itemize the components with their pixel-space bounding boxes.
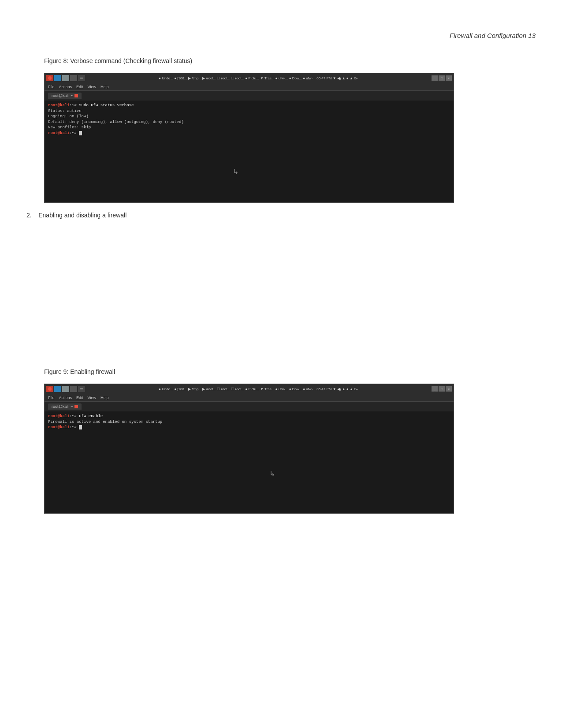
svg-rect-3 <box>72 76 75 80</box>
taskbar-icon-red-1 <box>46 75 53 81</box>
taskbar-center-1: ● Unde... ● [106... ▶ /tmp... ▶ /root...… <box>86 76 430 80</box>
section-2-number: 2. <box>26 212 32 219</box>
svg-rect-8 <box>72 387 75 391</box>
svg-rect-9 <box>80 388 83 389</box>
section-2-label: Enabling and disabling a firewall <box>38 212 127 219</box>
output-line-5: Firewall is active and enabled on system… <box>48 420 162 424</box>
figure8-caption: Figure 8: Verbose command (Checking fire… <box>44 57 192 64</box>
prompt-white-2: :~# ufw enable <box>70 414 103 418</box>
win-controls-1[interactable]: _ □ × <box>432 75 452 81</box>
output-line-2: Logging: on (low) <box>48 114 89 119</box>
menu-edit-2[interactable]: Edit <box>76 396 83 400</box>
svg-rect-2 <box>64 76 67 80</box>
minimize-btn-1[interactable]: _ <box>432 75 438 81</box>
prompt-red-1: root@kali <box>48 103 70 108</box>
cursor-2 <box>79 425 82 429</box>
terminal-tab-1[interactable]: root@kali: ~ <box>48 93 82 99</box>
terminal-content-2: root@kali:~# ufw enable Firewall is acti… <box>48 414 450 430</box>
terminal-content-1: root@kali:~# sudo ufw status verbose Sta… <box>48 103 450 136</box>
maximize-btn-1[interactable]: □ <box>439 75 445 81</box>
terminal-tab-2[interactable]: root@kali: ~ <box>48 403 82 410</box>
taskbar-icon-minus-1 <box>78 75 85 81</box>
taskbar-icon-gray-2 <box>62 386 69 392</box>
prompt-red-end-2: root@kali <box>48 425 70 429</box>
menu-file-2[interactable]: File <box>48 396 55 400</box>
terminal-window-1: ● Unde... ● [106... ▶ /tmp... ▶ /root...… <box>44 73 454 203</box>
taskbar-icon-red-2 <box>46 386 53 392</box>
svg-rect-7 <box>64 387 67 391</box>
taskbar-icon-minus-2 <box>78 386 85 392</box>
section-2-container: 2. Enabling and disabling a firewall <box>26 212 127 219</box>
prompt-white-1: :~# sudo ufw status verbose <box>70 103 134 108</box>
taskbar-icon-blue-2 <box>54 386 61 392</box>
taskbar-icon-blue-1 <box>54 75 61 81</box>
output-line-3: Default: deny (incoming), allow (outgoin… <box>48 120 184 124</box>
taskbar-icon-dark-2 <box>70 386 77 392</box>
tab-label-1: root@kali: ~ <box>52 93 73 98</box>
output-line-1: Status: active <box>48 109 82 113</box>
taskbar-icon-dark-1 <box>70 75 77 81</box>
taskbar-2: ● Unde... ● [106... ▶ /tmp... ▶ /root...… <box>45 384 454 394</box>
terminal-tabbar-1: root@kali: ~ <box>45 91 454 101</box>
prompt-white-end-1: :~# <box>70 131 79 135</box>
output-line-4: New profiles: skip <box>48 125 91 130</box>
menu-view-2[interactable]: View <box>88 396 96 400</box>
menu-actions-2[interactable]: Actions <box>59 396 72 400</box>
svg-rect-6 <box>56 387 60 391</box>
menu-edit-1[interactable]: Edit <box>76 85 83 89</box>
terminal-arrow-1: ↳ <box>233 168 238 176</box>
tab-indicator-2 <box>74 405 78 408</box>
close-btn-1[interactable]: × <box>446 75 452 81</box>
tab-indicator-1 <box>74 94 78 97</box>
terminal-arrow-2: ↳ <box>269 470 275 478</box>
menu-view-1[interactable]: View <box>88 85 96 89</box>
figure9-caption: Figure 9: Enabling firewall <box>44 368 115 375</box>
terminal-tabbar-2: root@kali: ~ <box>45 402 454 411</box>
taskbar-icon-gray-1 <box>62 75 69 81</box>
menu-file-1[interactable]: File <box>48 85 55 89</box>
terminal-body-2: root@kali:~# ufw enable Firewall is acti… <box>45 411 454 513</box>
menu-help-2[interactable]: Help <box>100 396 109 400</box>
terminal-menubar-1: File Actions Edit View Help <box>45 83 454 91</box>
terminal-window-2: ● Unde... ● [106... ▶ /tmp... ▶ /root...… <box>44 384 454 514</box>
tab-label-2: root@kali: ~ <box>52 404 73 409</box>
svg-rect-1 <box>56 76 60 80</box>
taskbar-center-2: ● Unde... ● [106... ▶ /tmp... ▶ /root...… <box>86 387 430 391</box>
svg-point-0 <box>48 76 52 80</box>
menu-actions-1[interactable]: Actions <box>59 85 72 89</box>
taskbar-1: ● Unde... ● [106... ▶ /tmp... ▶ /root...… <box>45 73 454 83</box>
close-btn-2[interactable]: × <box>446 386 452 392</box>
terminal-menubar-2: File Actions Edit View Help <box>45 394 454 402</box>
win-controls-2[interactable]: _ □ × <box>432 386 452 392</box>
terminal-body-1: root@kali:~# sudo ufw status verbose Sta… <box>45 101 454 202</box>
taskbar-icons-2 <box>46 386 85 392</box>
cursor-1 <box>79 131 82 135</box>
maximize-btn-2[interactable]: □ <box>439 386 445 392</box>
page-header: Firewall and Configuration 13 <box>450 32 536 39</box>
svg-rect-4 <box>80 78 83 78</box>
taskbar-icons-1 <box>46 75 85 81</box>
svg-point-5 <box>48 387 52 391</box>
menu-help-1[interactable]: Help <box>100 85 109 89</box>
prompt-red-2: root@kali <box>48 414 70 418</box>
prompt-red-end-1: root@kali <box>48 131 70 135</box>
prompt-white-end-2: :~# <box>70 425 79 429</box>
minimize-btn-2[interactable]: _ <box>432 386 438 392</box>
